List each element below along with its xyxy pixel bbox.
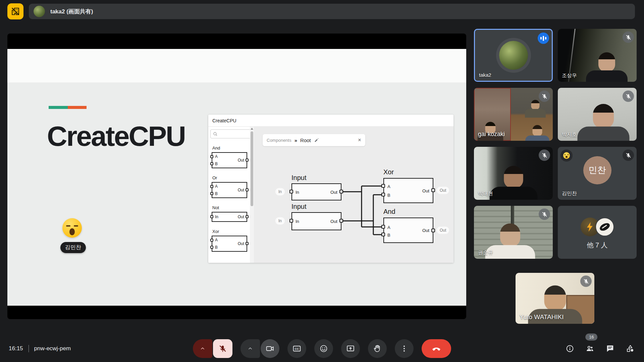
meet-window: taka2 (画面共有) CreateCPU 김민찬 CreateCPU	[0, 0, 644, 362]
node-input-1[interactable]: In Out	[291, 183, 341, 200]
slide-accent-bar	[49, 106, 87, 109]
circuit-canvas[interactable]: Components » Root × In In Out Out	[254, 127, 453, 263]
captions-button[interactable]: CC	[287, 339, 306, 358]
mic-options-button[interactable]	[193, 339, 212, 358]
participant-tile-kim[interactable]: 민찬 김민찬	[558, 147, 637, 200]
reactions-button[interactable]	[314, 339, 333, 358]
scrollbar-thumb[interactable]	[251, 131, 253, 206]
person-silhouette	[488, 167, 539, 200]
node-input-2[interactable]: In Out	[291, 212, 341, 230]
pin-label: Out	[330, 219, 337, 224]
pin-label: B	[215, 191, 218, 196]
breadcrumb-current[interactable]: Root	[300, 137, 311, 143]
breadcrumb[interactable]: Components » Root ×	[263, 134, 365, 146]
camera-options-button[interactable]	[240, 339, 260, 358]
node-xor[interactable]: A B Out	[383, 178, 433, 203]
activities-icon	[626, 344, 635, 353]
participant-tile[interactable]: 조상우	[558, 29, 637, 82]
node-label: Input	[291, 203, 306, 210]
present-screen-icon	[346, 344, 355, 353]
breadcrumb-components[interactable]: Components	[267, 138, 291, 143]
participant-tile[interactable]: 박태현	[474, 147, 553, 200]
participant-tile[interactable]: 권순규	[474, 206, 553, 259]
pin	[246, 188, 249, 191]
home-button[interactable]	[7, 3, 23, 19]
pencil-icon[interactable]	[314, 137, 319, 143]
palette-gate-or[interactable]: A B Out	[212, 182, 247, 198]
avatar-stack	[581, 218, 614, 236]
pin[interactable]	[339, 219, 343, 223]
lightning-bolt-icon	[584, 221, 596, 233]
presenter-banner[interactable]: taka2 (画面共有)	[29, 4, 635, 19]
pin-label: In	[215, 215, 218, 219]
participant-tile[interactable]: Yuto WATAHIKI	[516, 273, 594, 324]
createcpu-app-window: CreateCPU And	[208, 115, 453, 263]
pin	[246, 242, 249, 245]
node-label: Xor	[383, 168, 394, 176]
screen-share-region[interactable]: CreateCPU 김민찬 CreateCPU And	[7, 34, 466, 319]
chat-panel-button[interactable]	[606, 344, 614, 353]
pin	[210, 155, 213, 158]
pin	[210, 192, 213, 195]
camera-icon	[266, 344, 274, 353]
palette-scrollbar[interactable]	[250, 127, 254, 263]
camera-toggle-button[interactable]	[261, 339, 279, 358]
accent-orange	[68, 106, 87, 109]
pin[interactable]	[339, 190, 343, 193]
mic-off-badge	[580, 276, 592, 287]
pin	[210, 239, 213, 242]
participant-tile[interactable]: gai kozaki	[474, 88, 553, 141]
pin	[210, 246, 213, 249]
mic-off-icon	[541, 211, 548, 218]
overflow-count-label: 他 7 人	[558, 241, 637, 250]
close-icon[interactable]: ×	[358, 137, 361, 143]
participant-tile-taka2[interactable]: taka2	[474, 29, 553, 82]
mic-mute-button[interactable]	[213, 339, 232, 358]
mic-off-badge	[623, 90, 634, 102]
pin-label: In	[296, 189, 299, 194]
scroll-up-arrow[interactable]	[251, 128, 253, 130]
external-in-pill: In	[275, 188, 285, 195]
pin-label: B	[387, 233, 390, 238]
mic-off-icon	[625, 152, 632, 159]
pin[interactable]	[381, 233, 385, 236]
end-call-button[interactable]	[422, 339, 451, 358]
person-silhouette	[525, 125, 550, 141]
pin	[210, 185, 213, 188]
gate-label-and: And	[212, 145, 254, 150]
more-options-button[interactable]	[395, 339, 414, 358]
reaction-author-pill: 김민찬	[60, 242, 86, 253]
palette-gate-xor[interactable]: A B Out	[212, 236, 247, 252]
people-panel-button[interactable]: 16	[586, 344, 594, 353]
bottom-bar: 16:15 pnw-ecwj-pem	[0, 335, 644, 362]
mic-off-icon	[625, 34, 632, 41]
pin	[210, 162, 213, 165]
person-silhouette	[525, 100, 546, 115]
chevron-up-icon	[200, 346, 206, 352]
raise-hand-button[interactable]	[368, 339, 387, 358]
search-input[interactable]	[210, 129, 252, 138]
mic-off-badge	[539, 208, 550, 220]
pin[interactable]	[381, 225, 385, 229]
pin[interactable]	[431, 188, 435, 192]
participant-tile[interactable]: 박지호	[558, 88, 637, 141]
participant-name: 박지호	[562, 131, 577, 138]
pin[interactable]	[431, 229, 435, 232]
palette-gate-and[interactable]: A B Out	[212, 152, 247, 168]
pin-label: B	[215, 245, 218, 250]
pin-label: A	[215, 238, 218, 242]
pin-label: In	[296, 219, 299, 224]
slide-title: CreateCPU	[47, 120, 185, 153]
pin[interactable]	[381, 184, 385, 188]
palette-gate-not[interactable]: In Out	[212, 212, 247, 222]
meeting-details-button[interactable]	[566, 344, 574, 353]
present-screen-button[interactable]	[341, 339, 360, 358]
overflow-participants-tile[interactable]: 他 7 人	[558, 206, 637, 259]
presentation-slide: CreateCPU 김민찬 CreateCPU And	[7, 49, 466, 306]
meeting-info: 16:15 pnw-ecwj-pem	[9, 345, 71, 352]
pin[interactable]	[289, 190, 293, 193]
pin[interactable]	[381, 193, 385, 196]
pin[interactable]	[289, 219, 293, 223]
node-and[interactable]: A B Out	[383, 218, 433, 243]
activities-button[interactable]	[626, 344, 635, 353]
